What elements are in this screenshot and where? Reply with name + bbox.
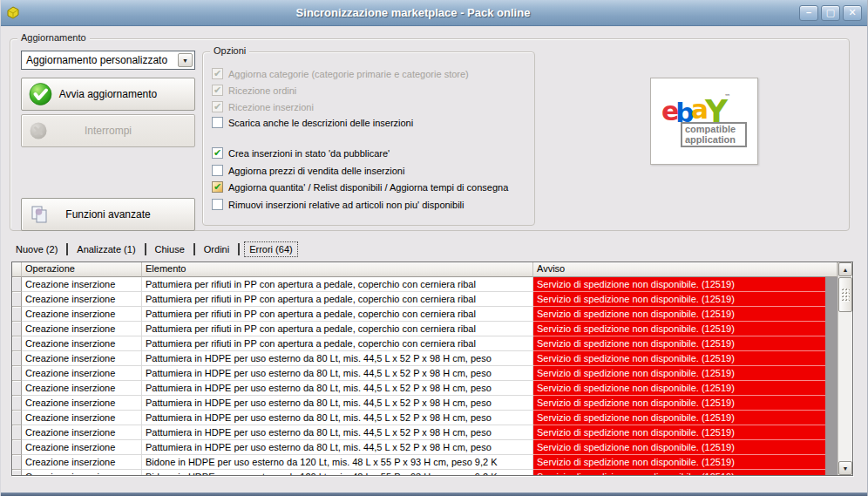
cell-avviso-error[interactable]: Servizio di spedizione non disponibile. …	[533, 396, 825, 411]
table-row[interactable]: Creazione inserzionePattumiera in HDPE p…	[12, 381, 837, 396]
column-header-elemento[interactable]: Elemento	[142, 262, 533, 277]
cell-row-selector[interactable]	[12, 366, 22, 381]
stop-update-button[interactable]: Interrompi	[21, 114, 195, 147]
scrollbar-thumb[interactable]	[838, 277, 852, 312]
checkbox-checked-icon[interactable]: ✔	[212, 147, 223, 159]
scroll-up-icon[interactable]: ▲	[838, 262, 852, 276]
table-row[interactable]: Creazione inserzioneBidone in HDPE per u…	[12, 470, 837, 475]
table-row[interactable]: Creazione inserzionePattumiera in HDPE p…	[12, 440, 837, 455]
cell-avviso-error[interactable]: Servizio di spedizione non disponibile. …	[533, 381, 825, 396]
cell-operazione[interactable]: Creazione inserzione	[22, 336, 142, 351]
cell-operazione[interactable]: Creazione inserzione	[22, 470, 142, 475]
table-row[interactable]: Creazione inserzionePattumiera in HDPE p…	[12, 351, 837, 366]
vertical-scrollbar[interactable]: ▲ ▼	[837, 262, 852, 475]
cell-operazione[interactable]: Creazione inserzione	[22, 396, 142, 411]
checkbox-rimuovi-inserzioni[interactable]: Rimuovi inserzioni relative ad articoli …	[212, 198, 465, 211]
table-row[interactable]: Creazione inserzionePattumiera in HDPE p…	[12, 411, 837, 425]
checkbox-unchecked-icon[interactable]	[212, 199, 223, 210]
advanced-functions-button[interactable]: Funzioni avanzate	[21, 198, 195, 231]
cell-avviso-error[interactable]: Servizio di spedizione non disponibile. …	[533, 411, 825, 425]
table-row[interactable]: Creazione inserzionePattumiera per rifiu…	[12, 277, 837, 292]
tab-nuove[interactable]: Nuove (2)	[11, 242, 62, 256]
tab-errori[interactable]: Errori (64)	[244, 241, 298, 257]
cell-avviso-error[interactable]: Servizio di spedizione non disponibile. …	[533, 322, 825, 336]
cell-row-selector[interactable]	[12, 470, 22, 475]
cell-elemento[interactable]: Pattumiera in HDPE per uso esterno da 80…	[142, 440, 533, 455]
cell-operazione[interactable]: Creazione inserzione	[22, 425, 142, 440]
cell-row-selector[interactable]	[12, 425, 22, 440]
cell-elemento[interactable]: Bidone in HDPE per uso esterno da 120 Lt…	[142, 455, 533, 470]
start-update-button[interactable]: Avvia aggiornamento	[21, 78, 195, 111]
cell-avviso-error[interactable]: Servizio di spedizione non disponibile. …	[533, 277, 825, 292]
cell-row-selector[interactable]	[12, 322, 22, 336]
cell-elemento[interactable]: Pattumiera in HDPE per uso esterno da 80…	[142, 366, 533, 381]
cell-elemento[interactable]: Pattumiera in HDPE per uso esterno da 80…	[142, 396, 533, 411]
cell-operazione[interactable]: Creazione inserzione	[22, 411, 142, 425]
update-type-select[interactable]: Aggiornamento personalizzato ▼	[21, 51, 195, 70]
cell-avviso-error[interactable]: Servizio di spedizione non disponibile. …	[533, 351, 825, 366]
checkbox-unchecked-icon[interactable]	[212, 117, 223, 128]
cell-avviso-error[interactable]: Servizio di spedizione non disponibile. …	[533, 425, 825, 440]
column-header-avviso[interactable]: Avviso	[533, 262, 837, 277]
scroll-down-icon[interactable]: ▼	[838, 461, 852, 475]
cell-elemento[interactable]: Pattumiera per rifiuti in PP con apertur…	[142, 277, 533, 292]
cell-elemento[interactable]: Pattumiera per rifiuti in PP con apertur…	[142, 292, 533, 307]
table-row[interactable]: Creazione inserzionePattumiera in HDPE p…	[12, 366, 837, 381]
checkbox-checked-icon[interactable]: ✔	[212, 181, 223, 193]
cell-operazione[interactable]: Creazione inserzione	[22, 322, 142, 336]
scrollbar-track[interactable]	[838, 312, 852, 461]
tab-chiuse[interactable]: Chiuse	[151, 242, 189, 256]
cell-elemento[interactable]: Pattumiera in HDPE per uso esterno da 80…	[142, 351, 533, 366]
table-row[interactable]: Creazione inserzionePattumiera per rifiu…	[12, 292, 837, 307]
column-header-selector[interactable]	[12, 262, 22, 277]
chevron-down-icon[interactable]: ▼	[178, 53, 193, 67]
cell-elemento[interactable]: Pattumiera in HDPE per uso esterno da 80…	[142, 411, 533, 425]
cell-elemento[interactable]: Pattumiera in HDPE per uso esterno da 80…	[142, 425, 533, 440]
cell-row-selector[interactable]	[12, 292, 22, 307]
cell-row-selector[interactable]	[12, 336, 22, 351]
cell-operazione[interactable]: Creazione inserzione	[22, 277, 142, 292]
cell-elemento[interactable]: Pattumiera per rifiuti in PP con apertur…	[142, 307, 533, 322]
cell-avviso-error[interactable]: Servizio di spedizione non disponibile. …	[533, 470, 825, 475]
close-button[interactable]: ✕	[843, 5, 862, 21]
cell-avviso-error[interactable]: Servizio di spedizione non disponibile. …	[533, 292, 825, 307]
cell-operazione[interactable]: Creazione inserzione	[22, 381, 142, 396]
cell-avviso-error[interactable]: Servizio di spedizione non disponibile. …	[533, 366, 825, 381]
cell-operazione[interactable]: Creazione inserzione	[22, 351, 142, 366]
checkbox-scarica-descrizioni[interactable]: Scarica anche le descrizioni delle inser…	[212, 116, 413, 129]
table-row[interactable]: Creazione inserzionePattumiera in HDPE p…	[12, 396, 837, 411]
cell-elemento[interactable]: Pattumiera in HDPE per uso esterno da 80…	[142, 381, 533, 396]
table-row[interactable]: Creazione inserzionePattumiera in HDPE p…	[12, 425, 837, 440]
cell-elemento[interactable]: Pattumiera per rifiuti in PP con apertur…	[142, 322, 533, 336]
checkbox-aggiorna-prezzi[interactable]: Aggiorna prezzi di vendita delle inserzi…	[212, 164, 404, 177]
table-row[interactable]: Creazione inserzionePattumiera per rifiu…	[12, 307, 837, 322]
cell-row-selector[interactable]	[12, 396, 22, 411]
maximize-button[interactable]: ▢	[821, 5, 840, 21]
tab-ordini[interactable]: Ordini	[200, 242, 234, 256]
cell-avviso-error[interactable]: Servizio di spedizione non disponibile. …	[533, 455, 825, 470]
cell-operazione[interactable]: Creazione inserzione	[22, 455, 142, 470]
checkbox-crea-inserzioni[interactable]: ✔Crea inserzioni in stato 'da pubblicare…	[212, 146, 390, 160]
checkbox-unchecked-icon[interactable]	[212, 165, 223, 176]
cell-row-selector[interactable]	[12, 277, 22, 292]
cell-row-selector[interactable]	[12, 381, 22, 396]
cell-avviso-error[interactable]: Servizio di spedizione non disponibile. …	[533, 336, 825, 351]
cell-row-selector[interactable]	[12, 351, 22, 366]
cell-row-selector[interactable]	[12, 307, 22, 322]
cell-operazione[interactable]: Creazione inserzione	[22, 307, 142, 322]
minimize-button[interactable]: –	[799, 5, 818, 21]
table-row[interactable]: Creazione inserzionePattumiera per rifiu…	[12, 336, 837, 351]
cell-elemento[interactable]: Bidone in HDPE per uso esterno da 120 Lt…	[142, 470, 533, 475]
cell-avviso-error[interactable]: Servizio di spedizione non disponibile. …	[533, 440, 825, 455]
cell-row-selector[interactable]	[12, 455, 22, 470]
checkbox-aggiorna-quantita[interactable]: ✔Aggiorna quantita' / Relist disponibili…	[212, 180, 508, 194]
cell-operazione[interactable]: Creazione inserzione	[22, 440, 142, 455]
cell-operazione[interactable]: Creazione inserzione	[22, 292, 142, 307]
cell-elemento[interactable]: Pattumiera per rifiuti in PP con apertur…	[142, 336, 533, 351]
cell-operazione[interactable]: Creazione inserzione	[22, 366, 142, 381]
table-row[interactable]: Creazione inserzioneBidone in HDPE per u…	[12, 455, 837, 470]
cell-avviso-error[interactable]: Servizio di spedizione non disponibile. …	[533, 307, 825, 322]
table-row[interactable]: Creazione inserzionePattumiera per rifiu…	[12, 322, 837, 336]
cell-row-selector[interactable]	[12, 411, 22, 425]
cell-row-selector[interactable]	[12, 440, 22, 455]
